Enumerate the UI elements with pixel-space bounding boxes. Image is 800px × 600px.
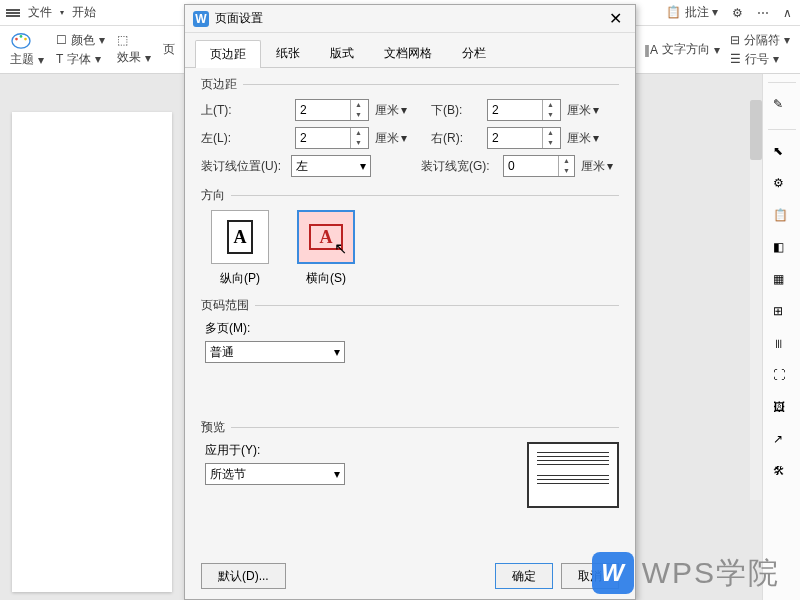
tab-paper[interactable]: 纸张 (261, 39, 315, 67)
top-unit-select[interactable]: 厘米▾ (375, 102, 415, 119)
comments-button[interactable]: 📋 批注 ▾ (666, 4, 718, 21)
rail-table-icon[interactable]: ▦ (773, 272, 791, 290)
effects-dropdown[interactable]: ⬚ (117, 33, 151, 47)
left-margin-label: 左(L): (201, 130, 289, 147)
orientation-portrait-label: 纵向(P) (220, 270, 260, 287)
svg-point-2 (20, 35, 23, 38)
separator-dropdown[interactable]: ⊟ 分隔符 ▾ (730, 32, 790, 49)
rail-share-icon[interactable]: ↗ (773, 432, 791, 450)
wps-logo-icon: W (592, 552, 634, 594)
font-dropdown[interactable]: T 字体 ▾ (56, 51, 105, 68)
margins-section: 页边距 上(T): ▲▼ 厘米▾ 下(B): ▲▼ 厘米▾ 左(L): ▲▼ 厘… (201, 76, 619, 177)
dialog-title: 页面设置 (215, 10, 603, 27)
effects-label[interactable]: 效果 ▾ (117, 49, 151, 66)
theme-dropdown[interactable]: 主题 ▾ (10, 51, 44, 68)
bottom-margin-input[interactable]: ▲▼ (487, 99, 561, 121)
rail-grid-icon[interactable]: ⊞ (773, 304, 791, 322)
top-margin-label: 上(T): (201, 102, 289, 119)
rail-screenshot-icon[interactable]: ⛶ (773, 368, 791, 386)
page-range-section-label: 页码范围 (201, 297, 249, 314)
top-margin-input[interactable]: ▲▼ (295, 99, 369, 121)
app-icon: W (193, 11, 209, 27)
spinner-down-icon: ▼ (351, 110, 366, 120)
hamburger-icon[interactable] (6, 8, 20, 18)
dialog-titlebar: W 页面设置 ✕ (185, 5, 635, 33)
settings-icon[interactable]: ⚙ (732, 6, 743, 20)
left-unit-select[interactable]: 厘米▾ (375, 130, 415, 147)
gutter-unit-select[interactable]: 厘米▾ (581, 158, 619, 175)
preview-thumbnail (527, 442, 619, 508)
ok-button[interactable]: 确定 (495, 563, 553, 589)
rail-clipboard-icon[interactable]: 📋 (773, 208, 791, 226)
multi-page-label: 多页(M): (205, 320, 619, 337)
gutter-pos-label: 装订线位置(U): (201, 158, 285, 175)
preview-section-label: 预览 (201, 419, 225, 436)
left-margin-input[interactable]: ▲▼ (295, 127, 369, 149)
dialog-tabs: 页边距 纸张 版式 文档网格 分栏 (185, 33, 635, 68)
dialog-footer: 默认(D)... 确定 取消 (201, 563, 619, 589)
right-margin-label: 右(R): (431, 130, 481, 147)
tab-layout[interactable]: 版式 (315, 39, 369, 67)
orientation-landscape-label: 横向(S) (306, 270, 346, 287)
palette-icon (10, 31, 32, 49)
apply-to-label: 应用于(Y): (205, 442, 345, 459)
margins-section-label: 页边距 (201, 76, 237, 93)
default-button[interactable]: 默认(D)... (201, 563, 286, 589)
bottom-margin-label: 下(B): (431, 102, 481, 119)
collapse-ribbon-icon[interactable]: ∧ (783, 6, 792, 20)
menu-more-icon[interactable]: ⋯ (757, 6, 769, 20)
spinner-up-icon: ▲ (351, 100, 366, 110)
bottom-unit-select[interactable]: 厘米▾ (567, 102, 607, 119)
ribbon-tab-start[interactable]: 开始 (72, 4, 96, 21)
rail-image-icon[interactable]: 🖼 (773, 400, 791, 418)
rail-edit-icon[interactable]: ✎ (773, 97, 791, 115)
gutter-width-input[interactable]: ▲▼ (503, 155, 575, 177)
right-margin-input[interactable]: ▲▼ (487, 127, 561, 149)
page-range-section: 页码范围 多页(M): 普通▾ (201, 297, 619, 363)
watermark-text: WPS学院 (642, 553, 780, 594)
page-setup-dialog: W 页面设置 ✕ 页边距 纸张 版式 文档网格 分栏 页边距 上(T): ▲▼ … (184, 4, 636, 600)
tab-margin[interactable]: 页边距 (195, 40, 261, 68)
multi-page-select[interactable]: 普通▾ (205, 341, 345, 363)
orientation-section: 方向 A 纵向(P) A ↖ 横向(S) (201, 187, 619, 287)
orientation-landscape[interactable]: A ↖ (297, 210, 355, 264)
svg-point-1 (15, 38, 18, 41)
chevron-down-icon[interactable]: ▾ (60, 8, 64, 17)
text-direction-button[interactable]: ‖A 文字方向 ▾ (644, 41, 720, 58)
watermark: W WPS学院 (592, 552, 780, 594)
rail-settings-icon[interactable]: ⚙ (773, 176, 791, 194)
gutter-pos-select[interactable]: 左▾ (291, 155, 371, 177)
right-unit-select[interactable]: 厘米▾ (567, 130, 607, 147)
orientation-section-label: 方向 (201, 187, 225, 204)
preview-section: 预览 应用于(Y): 所选节▾ (201, 419, 619, 508)
tab-columns[interactable]: 分栏 (447, 39, 501, 67)
line-number-dropdown[interactable]: ☰ 行号 ▾ (730, 51, 790, 68)
rail-chart-icon[interactable]: ⫼ (773, 336, 791, 354)
rail-shapes-icon[interactable]: ◧ (773, 240, 791, 258)
file-menu[interactable]: 文件 (28, 4, 52, 21)
svg-point-3 (24, 38, 27, 41)
orientation-portrait[interactable]: A (211, 210, 269, 264)
close-icon[interactable]: ✕ (603, 9, 627, 29)
rail-tools-icon[interactable]: 🛠 (773, 464, 791, 482)
cursor-icon: ↖ (334, 239, 347, 258)
page-button[interactable]: 页 (163, 41, 175, 58)
gutter-width-label: 装订线宽(G): (421, 158, 497, 175)
rail-select-icon[interactable]: ⬉ (773, 144, 791, 162)
right-sidebar: ✎ ⬉ ⚙ 📋 ◧ ▦ ⊞ ⫼ ⛶ 🖼 ↗ 🛠 (762, 74, 800, 600)
tab-grid[interactable]: 文档网格 (369, 39, 447, 67)
vertical-scrollbar[interactable] (750, 100, 762, 500)
top-right-controls: 📋 批注 ▾ ⚙ ⋯ ∧ (666, 4, 792, 21)
apply-to-select[interactable]: 所选节▾ (205, 463, 345, 485)
color-dropdown[interactable]: ☐ 颜色 ▾ (56, 32, 105, 49)
document-page[interactable] (12, 112, 172, 592)
